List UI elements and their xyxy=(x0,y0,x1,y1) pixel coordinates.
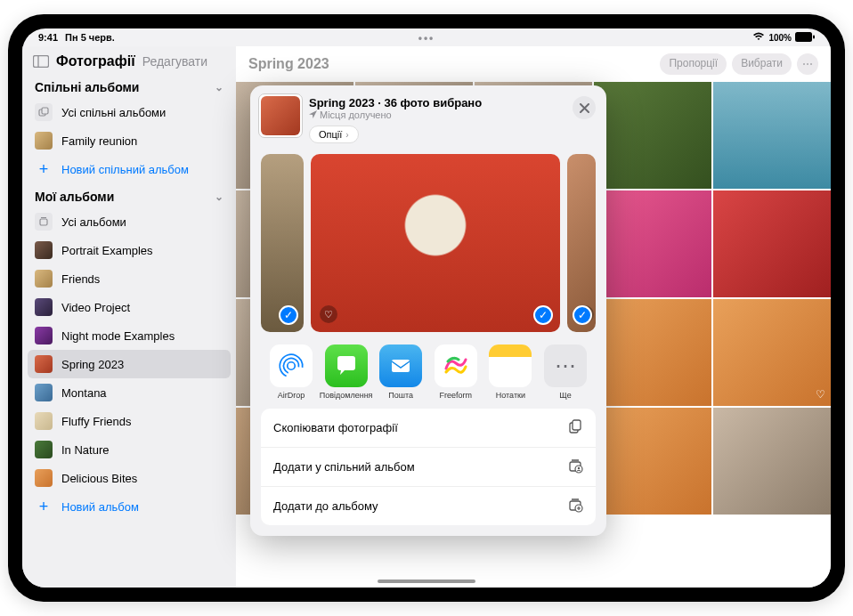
photo-cell[interactable]: ♡ xyxy=(713,299,831,406)
new-album-button[interactable]: +Новий спільний альбом xyxy=(22,155,236,184)
photo-cell[interactable] xyxy=(594,82,711,189)
sidebar-item-label: Новий спільний альбом xyxy=(61,163,189,176)
share-app-airdrop[interactable]: AirDrop xyxy=(266,344,316,400)
favorite-icon[interactable]: ♡ xyxy=(320,305,337,323)
svg-rect-11 xyxy=(392,360,410,372)
sheet-location: Місця долучено xyxy=(309,109,564,120)
svg-rect-5 xyxy=(42,108,48,114)
preview-strip[interactable]: ✓ ♡ ✓ ♡ ✓ xyxy=(261,154,596,332)
all-albums-icon xyxy=(35,213,53,231)
app-label: Нотатки xyxy=(496,391,525,400)
sidebar-item-label: Montana xyxy=(61,386,107,400)
album-thumb xyxy=(35,441,53,458)
preview-photo[interactable]: ✓ xyxy=(261,154,304,332)
share-action[interactable]: Додати у спільний альбом xyxy=(261,448,596,487)
preview-photo[interactable]: ♡ ✓ xyxy=(567,154,596,332)
selected-check-icon: ✓ xyxy=(573,305,592,325)
svg-point-8 xyxy=(288,362,296,370)
sidebar-item[interactable]: Montana xyxy=(22,378,236,407)
sidebar-item[interactable]: Family reunion xyxy=(22,126,236,155)
preview-photo[interactable]: ♡ ✓ xyxy=(311,154,560,332)
app-icon xyxy=(435,344,477,387)
app-label: Пошта xyxy=(388,391,413,400)
sidebar-title: Фотографії xyxy=(56,53,135,69)
share-app-повідомлення[interactable]: Повідомлення xyxy=(321,344,371,400)
photo-cell[interactable] xyxy=(713,190,831,297)
action-label: Скопіювати фотографії xyxy=(273,421,398,434)
share-action[interactable]: Скопіювати фотографії xyxy=(261,409,596,448)
sidebar-item[interactable]: In Nature xyxy=(22,435,236,464)
sidebar: Фотографії Редагувати Спільні альбоми⌄Ус… xyxy=(22,46,236,588)
section-header[interactable]: Спільні альбоми⌄ xyxy=(22,75,236,98)
chevron-down-icon: ⌄ xyxy=(215,190,223,203)
sidebar-item[interactable]: Night mode Examples xyxy=(22,321,236,350)
share-app-нотатки[interactable]: Нотатки xyxy=(485,344,535,400)
section-header[interactable]: Мої альбоми⌄ xyxy=(22,184,236,207)
app-icon xyxy=(379,344,422,387)
aspect-button[interactable]: Пропорції xyxy=(660,53,727,75)
select-button[interactable]: Вибрати xyxy=(732,53,792,75)
sidebar-toggle-icon[interactable] xyxy=(33,53,49,69)
sidebar-item-label: Friends xyxy=(61,272,100,286)
screen: 9:41 Пн 5 черв. ••• 100% xyxy=(22,28,831,588)
album-thumb xyxy=(35,412,53,430)
share-app-пошта[interactable]: Пошта xyxy=(376,344,426,400)
album-thumb xyxy=(35,132,53,150)
share-sheet: Spring 2023 · 36 фото вибрано Місця долу… xyxy=(250,85,606,536)
multitask-dots-icon[interactable]: ••• xyxy=(418,32,435,45)
share-app-row: AirDropПовідомленняПоштаFreeformНотатки⋯… xyxy=(261,332,596,409)
svg-rect-1 xyxy=(813,35,815,38)
plus-icon: + xyxy=(35,498,53,516)
photo-cell[interactable] xyxy=(594,299,711,406)
sidebar-item-label: Portrait Examples xyxy=(61,244,153,257)
app-label: Повідомлення xyxy=(320,391,373,400)
more-button[interactable]: ⋯ xyxy=(797,53,818,75)
album-thumb xyxy=(35,355,53,373)
home-indicator[interactable] xyxy=(378,580,475,583)
status-bar: 9:41 Пн 5 черв. ••• 100% xyxy=(22,28,831,46)
sidebar-item-label: Fluffy Friends xyxy=(61,415,132,428)
chevron-down-icon: ⌄ xyxy=(215,81,223,93)
sidebar-item[interactable]: Усі альбоми xyxy=(22,207,236,236)
photo-cell[interactable] xyxy=(594,408,711,515)
new-album-button[interactable]: +Новий альбом xyxy=(22,492,236,522)
share-app-ще[interactable]: ⋯Ще xyxy=(540,344,590,400)
sidebar-item[interactable]: Fluffy Friends xyxy=(22,407,236,435)
plus-icon: + xyxy=(35,160,53,179)
sidebar-item[interactable]: Friends xyxy=(22,264,236,293)
album-thumb xyxy=(35,327,53,344)
app-label: AirDrop xyxy=(278,391,305,400)
status-date: Пн 5 черв. xyxy=(65,32,115,43)
share-app-freeform[interactable]: Freeform xyxy=(431,344,481,400)
sidebar-item[interactable]: Spring 2023 xyxy=(28,350,231,378)
app-icon xyxy=(325,344,368,387)
status-time: 9:41 xyxy=(38,32,58,43)
photo-cell[interactable] xyxy=(713,408,831,515)
action-icon xyxy=(567,497,583,515)
app-icon xyxy=(270,344,313,387)
sidebar-item-label: Spring 2023 xyxy=(61,358,124,371)
action-icon xyxy=(567,458,583,476)
battery-icon xyxy=(795,32,815,44)
sidebar-item[interactable]: Portrait Examples xyxy=(22,236,236,264)
sidebar-edit-button[interactable]: Редагувати xyxy=(142,54,207,69)
svg-rect-0 xyxy=(795,32,812,42)
close-button[interactable] xyxy=(573,96,596,119)
sidebar-item[interactable]: Delicious Bites xyxy=(22,464,236,492)
sidebar-item[interactable]: Video Project xyxy=(22,293,236,321)
action-icon xyxy=(567,418,583,437)
svg-rect-13 xyxy=(573,420,581,430)
selected-check-icon: ✓ xyxy=(279,305,298,325)
share-action[interactable]: Додати до альбому xyxy=(261,487,596,525)
photo-cell[interactable] xyxy=(594,190,711,297)
sidebar-item-label: Family reunion xyxy=(61,134,137,148)
sidebar-item-label: In Nature xyxy=(61,443,109,457)
photo-cell[interactable] xyxy=(713,82,831,189)
sidebar-item[interactable]: Усі спільні альбоми xyxy=(22,98,236,126)
sidebar-item-label: Video Project xyxy=(61,301,130,314)
app-icon: ⋯ xyxy=(544,344,587,387)
options-button[interactable]: Опції › xyxy=(309,126,359,143)
app-label: Ще xyxy=(559,391,571,400)
action-label: Додати до альбому xyxy=(273,499,378,513)
sidebar-item-label: Усі альбоми xyxy=(61,215,126,229)
